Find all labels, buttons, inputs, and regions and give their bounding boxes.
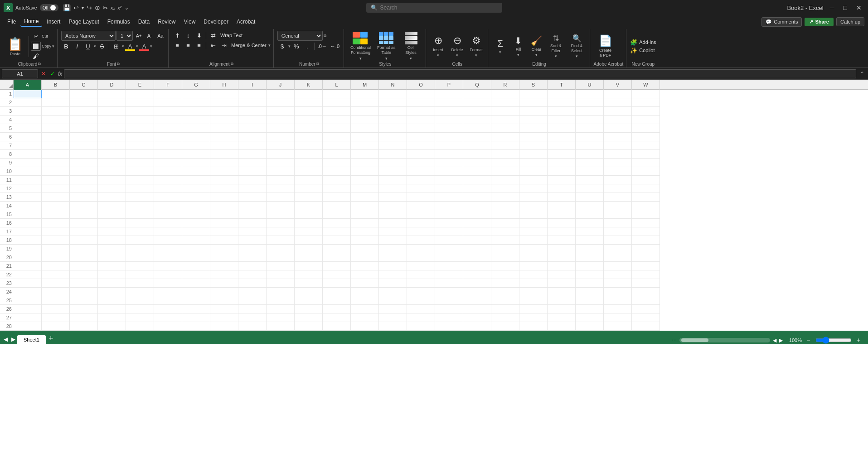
cell-A19[interactable] bbox=[14, 245, 42, 253]
cell-Q14[interactable] bbox=[463, 202, 491, 210]
cell-A2[interactable] bbox=[14, 98, 42, 107]
cell-U11[interactable] bbox=[576, 176, 604, 184]
cell-I2[interactable] bbox=[238, 98, 267, 107]
cell-U10[interactable] bbox=[576, 167, 604, 176]
cell-M20[interactable] bbox=[351, 253, 379, 262]
cell-U6[interactable] bbox=[576, 133, 604, 141]
share-button[interactable]: ↗ Share bbox=[805, 18, 834, 26]
cell-H3[interactable] bbox=[210, 107, 238, 116]
cell-K7[interactable] bbox=[295, 141, 323, 150]
cell-G25[interactable] bbox=[182, 296, 210, 305]
cell-R6[interactable] bbox=[491, 133, 519, 141]
cell-O4[interactable] bbox=[407, 116, 435, 124]
cell-N25[interactable] bbox=[379, 296, 407, 305]
row-num-22[interactable]: 22 bbox=[0, 270, 14, 279]
col-header-M[interactable]: M bbox=[351, 80, 379, 90]
cell-I12[interactable] bbox=[238, 184, 267, 193]
cell-L23[interactable] bbox=[323, 279, 351, 288]
cell-K21[interactable] bbox=[295, 262, 323, 270]
cell-W2[interactable] bbox=[632, 98, 660, 107]
cell-F24[interactable] bbox=[154, 288, 182, 296]
cut-button[interactable]: ✂ bbox=[31, 32, 41, 41]
cell-T13[interactable] bbox=[548, 193, 576, 202]
cell-D28[interactable] bbox=[98, 322, 126, 331]
cell-O21[interactable] bbox=[407, 262, 435, 270]
cell-O26[interactable] bbox=[407, 305, 435, 313]
cell-F2[interactable] bbox=[154, 98, 182, 107]
cell-B18[interactable] bbox=[42, 236, 70, 245]
cell-P2[interactable] bbox=[435, 98, 463, 107]
cell-R11[interactable] bbox=[491, 176, 519, 184]
cell-S3[interactable] bbox=[519, 107, 548, 116]
cell-B10[interactable] bbox=[42, 167, 70, 176]
col-header-I[interactable]: I bbox=[238, 80, 267, 90]
cell-B13[interactable] bbox=[42, 193, 70, 202]
cell-O2[interactable] bbox=[407, 98, 435, 107]
cell-D19[interactable] bbox=[98, 245, 126, 253]
cell-G8[interactable] bbox=[182, 150, 210, 159]
cell-D22[interactable] bbox=[98, 270, 126, 279]
sheet-next-button[interactable]: ▶ bbox=[10, 334, 17, 344]
accounting-dropdown[interactable]: ▾ bbox=[288, 44, 291, 48]
cell-G13[interactable] bbox=[182, 193, 210, 202]
cell-R2[interactable] bbox=[491, 98, 519, 107]
number-format-select[interactable]: General bbox=[277, 31, 323, 41]
cell-B20[interactable] bbox=[42, 253, 70, 262]
cell-O23[interactable] bbox=[407, 279, 435, 288]
cell-I16[interactable] bbox=[238, 219, 267, 227]
cell-C17[interactable] bbox=[70, 227, 98, 236]
cell-V9[interactable] bbox=[604, 159, 632, 167]
cell-D7[interactable] bbox=[98, 141, 126, 150]
cell-W11[interactable] bbox=[632, 176, 660, 184]
cell-H9[interactable] bbox=[210, 159, 238, 167]
cell-V20[interactable] bbox=[604, 253, 632, 262]
cell-L17[interactable] bbox=[323, 227, 351, 236]
cell-N11[interactable] bbox=[379, 176, 407, 184]
cell-M18[interactable] bbox=[351, 236, 379, 245]
cell-F16[interactable] bbox=[154, 219, 182, 227]
cell-Q9[interactable] bbox=[463, 159, 491, 167]
cell-P6[interactable] bbox=[435, 133, 463, 141]
cell-Q23[interactable] bbox=[463, 279, 491, 288]
format-painter-button[interactable]: 🖌 bbox=[31, 52, 41, 61]
row-num-20[interactable]: 20 bbox=[0, 253, 14, 262]
cell-J26[interactable] bbox=[267, 305, 295, 313]
row-num-28[interactable]: 28 bbox=[0, 322, 14, 331]
cell-F14[interactable] bbox=[154, 202, 182, 210]
cell-P10[interactable] bbox=[435, 167, 463, 176]
cell-C11[interactable] bbox=[70, 176, 98, 184]
cell-K27[interactable] bbox=[295, 313, 323, 322]
col-header-R[interactable]: R bbox=[491, 80, 519, 90]
cell-E13[interactable] bbox=[126, 193, 154, 202]
cell-F18[interactable] bbox=[154, 236, 182, 245]
cell-L15[interactable] bbox=[323, 210, 351, 219]
row-num-13[interactable]: 13 bbox=[0, 193, 14, 202]
cell-G1[interactable] bbox=[182, 90, 210, 98]
cell-D14[interactable] bbox=[98, 202, 126, 210]
cell-O6[interactable] bbox=[407, 133, 435, 141]
cell-B22[interactable] bbox=[42, 270, 70, 279]
cell-U9[interactable] bbox=[576, 159, 604, 167]
cell-O19[interactable] bbox=[407, 245, 435, 253]
cell-P24[interactable] bbox=[435, 288, 463, 296]
cell-N9[interactable] bbox=[379, 159, 407, 167]
cell-U21[interactable] bbox=[576, 262, 604, 270]
cell-M3[interactable] bbox=[351, 107, 379, 116]
clear-button[interactable]: 🧹 Clear ▾ bbox=[528, 34, 545, 58]
cell-Q18[interactable] bbox=[463, 236, 491, 245]
cell-N3[interactable] bbox=[379, 107, 407, 116]
cell-H15[interactable] bbox=[210, 210, 238, 219]
conditional-formatting-dropdown[interactable]: ▾ bbox=[359, 56, 362, 61]
cell-N17[interactable] bbox=[379, 227, 407, 236]
cell-A23[interactable] bbox=[14, 279, 42, 288]
cell-M5[interactable] bbox=[351, 124, 379, 133]
cell-E14[interactable] bbox=[126, 202, 154, 210]
cell-F23[interactable] bbox=[154, 279, 182, 288]
merge-dropdown-icon[interactable]: ▾ bbox=[268, 43, 271, 48]
cell-W18[interactable] bbox=[632, 236, 660, 245]
cell-T6[interactable] bbox=[548, 133, 576, 141]
col-header-L[interactable]: L bbox=[323, 80, 351, 90]
cell-E1[interactable] bbox=[126, 90, 154, 98]
cell-D2[interactable] bbox=[98, 98, 126, 107]
cell-B25[interactable] bbox=[42, 296, 70, 305]
